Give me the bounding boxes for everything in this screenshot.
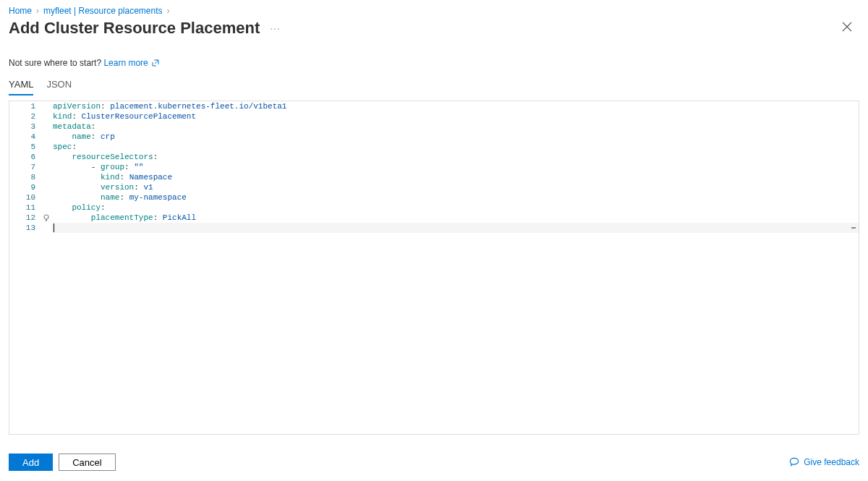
code-content: metadata: [51,122,95,132]
line-number: 10 [9,192,41,203]
editor-line[interactable]: 11 policy: [9,203,859,213]
breadcrumb-home[interactable]: Home [9,6,32,16]
editor-line[interactable]: 4 name: crp [9,132,859,142]
tab-json[interactable]: JSON [46,76,72,95]
text-caret [54,224,54,232]
code-content: policy: [51,203,106,213]
editor-line[interactable]: 6 resourceSelectors: [9,152,859,162]
code-content: kind: ClusterResourcePlacement [51,111,196,122]
line-number: 13 [9,223,41,233]
svg-point-2 [44,215,48,219]
helper-text: Not sure where to start? Learn more [9,58,859,69]
editor-line[interactable]: 5spec: [9,142,859,152]
editor-line[interactable]: 7 - group: "" [9,162,859,172]
close-button[interactable] [842,22,855,35]
learn-more-link[interactable]: Learn more [103,58,148,68]
code-content [51,223,54,233]
code-content: apiVersion: placement.kubernetes-fleet.i… [51,101,286,111]
editor-line[interactable]: 12 placementType: PickAll [9,213,859,223]
feedback-icon [789,457,799,467]
code-content: version: v1 [51,182,153,192]
line-number: 4 [9,132,41,142]
add-button[interactable]: Add [9,454,53,471]
tabs: YAML JSON [9,76,859,96]
lightbulb-icon [41,214,51,221]
cancel-button[interactable]: Cancel [59,454,115,471]
give-feedback-link[interactable]: Give feedback [789,457,859,467]
breadcrumb-fleet[interactable]: myfleet | Resource placements [43,6,163,16]
breadcrumb: Home › myfleet | Resource placements › [9,6,859,16]
editor-line[interactable]: 3metadata: [9,122,859,132]
code-content: placementType: PickAll [51,213,196,223]
code-content: kind: Namespace [51,172,172,182]
line-number: 1 [9,101,41,111]
line-number: 7 [9,162,41,172]
line-number: 5 [9,142,41,152]
close-icon [842,22,852,32]
tab-yaml[interactable]: YAML [9,76,33,95]
editor-line[interactable]: 2kind: ClusterResourcePlacement [9,111,859,122]
chevron-right-icon: › [36,6,39,16]
editor-line[interactable]: 8 kind: Namespace [9,172,859,182]
feedback-label: Give feedback [804,457,859,467]
helper-prefix: Not sure where to start? [9,58,103,68]
line-number: 2 [9,111,41,122]
code-content: spec: [51,142,77,152]
line-number: 12 [9,213,41,223]
page-title: Add Cluster Resource Placement [9,19,260,38]
editor-line[interactable]: 10 name: my-namespace [9,192,859,203]
minimap-cursor [851,227,856,229]
code-content: resourceSelectors: [51,152,158,162]
line-number: 9 [9,182,41,192]
chevron-right-icon: › [167,6,170,16]
editor-line[interactable]: 9 version: v1 [9,182,859,192]
line-number: 6 [9,152,41,162]
more-actions-button[interactable]: ··· [270,22,281,34]
code-content: name: crp [51,132,115,142]
line-number: 3 [9,122,41,132]
line-number: 8 [9,172,41,182]
editor-line[interactable]: 1apiVersion: placement.kubernetes-fleet.… [9,101,859,111]
code-content: - group: "" [51,162,143,172]
code-content: name: my-namespace [51,192,187,203]
line-number: 11 [9,203,41,213]
yaml-editor[interactable]: 1apiVersion: placement.kubernetes-fleet.… [9,101,859,435]
external-link-icon [152,59,159,69]
